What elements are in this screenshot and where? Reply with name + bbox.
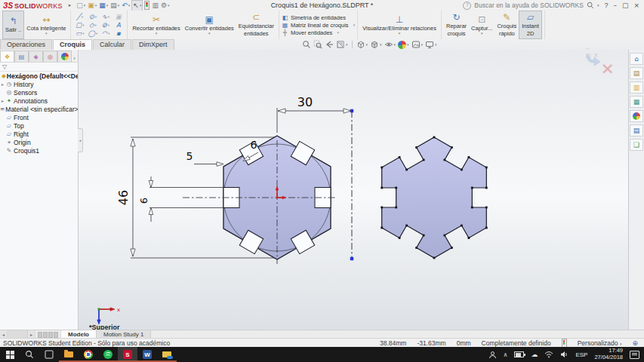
help-button[interactable]: ? — [604, 2, 608, 9]
search-icon[interactable] — [587, 2, 594, 9]
sketch-canvas[interactable]: 4630656x — [79, 50, 629, 330]
tree-item-top-plane[interactable]: ▱Top — [0, 121, 78, 130]
new-document-button[interactable]: ▢▾ — [75, 1, 86, 11]
arc-center-tool[interactable]: ◯▾ — [86, 29, 99, 37]
offset-entities-button[interactable]: ⊂ Equidistanciar entidades — [236, 11, 276, 38]
tree-item-front-plane[interactable]: ▱Front — [0, 113, 78, 121]
circle-tool[interactable]: ⊙▾ — [86, 13, 99, 20]
view-orientation-button[interactable]: ▾ — [356, 40, 368, 49]
tab-croquis[interactable]: Croquis — [53, 39, 92, 50]
tree-item-right-plane[interactable]: ▱Right — [0, 130, 78, 138]
point-tool[interactable]: ▪ — [112, 29, 125, 37]
trim-entities-button[interactable]: ✂ Recortar entidades ▾ — [130, 11, 182, 38]
rapid-sketch-button[interactable]: ✎ Croquis rápido — [495, 11, 519, 38]
previous-view-button[interactable] — [325, 40, 334, 49]
action-center-icon[interactable] — [630, 351, 639, 359]
view-palette-icon[interactable]: ▦ — [630, 96, 643, 108]
appearances-icon[interactable] — [630, 110, 643, 122]
spotify-taskbar-icon[interactable] — [98, 347, 118, 362]
solidworks-taskbar-icon[interactable]: S — [118, 347, 137, 362]
tree-item-origin[interactable]: ⌖Origin — [0, 138, 78, 146]
display-style-button[interactable]: ▾ — [370, 40, 382, 49]
zoom-to-area-button[interactable] — [313, 40, 322, 49]
open-button[interactable]: ▣▾ — [87, 1, 97, 11]
edit-appearance-button[interactable]: ▾ — [398, 41, 409, 49]
feature-tree-tab[interactable]: ❖ — [0, 51, 14, 62]
select-tool-button[interactable]: ↖▾ — [131, 0, 143, 11]
file-explorer-taskbar-icon[interactable] — [59, 347, 79, 362]
tab-operaciones[interactable]: Operaciones — [0, 39, 52, 50]
tree-item-croquis1[interactable]: ✎Croquis1 — [0, 146, 78, 155]
word-taskbar-icon[interactable]: W — [137, 347, 157, 362]
view-settings-button[interactable]: ▾ — [425, 40, 437, 49]
forum-icon[interactable]: ❏ — [630, 139, 643, 151]
linear-pattern-button[interactable]: ▦Matriz lineal de croquis▾ — [282, 22, 355, 29]
battery-icon[interactable] — [514, 351, 524, 357]
file-explorer-icon[interactable]: ▥ — [630, 81, 643, 94]
dimxpert-manager-tab[interactable]: ◎ — [43, 51, 57, 62]
task-view-button[interactable] — [39, 347, 59, 362]
configuration-manager-tab[interactable]: ◈ — [29, 51, 43, 62]
custom-properties-icon[interactable]: ▤ — [630, 124, 643, 137]
capture-button[interactable]: ⊡ Captur... ▾ — [469, 11, 495, 38]
units-selector[interactable]: Personalizado ▾ — [578, 339, 622, 347]
clock[interactable]: 17:49 27/04/2018 — [594, 348, 623, 360]
print-button[interactable]: ▤▾ — [109, 1, 120, 11]
close-button[interactable]: × — [633, 2, 639, 9]
tree-filter[interactable]: ▽ — [0, 63, 78, 72]
cancel-sketch-icon[interactable]: × — [601, 62, 615, 75]
section-view-button[interactable]: ▾ — [336, 40, 348, 49]
slot-tool[interactable]: ▭▾ — [73, 29, 86, 37]
repair-sketch-button[interactable]: ↻ Reparar croquis — [444, 11, 469, 38]
volume-icon[interactable] — [560, 351, 569, 358]
rebuild-traffic-light-button[interactable] — [143, 1, 150, 11]
display-relations-button[interactable]: ⊥ Visualizar/Eliminar relaciones ▾ — [360, 11, 439, 38]
taskbar-search-button[interactable] — [20, 347, 39, 362]
options-button[interactable]: ⚙▾ — [160, 1, 171, 11]
tab-dimxpert[interactable]: DimXpert — [132, 39, 174, 50]
design-library-icon[interactable]: ▤ — [630, 67, 643, 79]
zoom-to-fit-button[interactable] — [302, 40, 311, 49]
rectangle-tool[interactable]: ▢▾ — [73, 21, 86, 29]
text-tool[interactable]: A — [112, 21, 125, 29]
smart-dimension-button[interactable]: ↔ Cota inteligente ▾ — [24, 11, 68, 38]
menu-flyout-icon[interactable]: ▸ — [69, 2, 72, 8]
undo-button[interactable]: ↶▾ — [121, 1, 131, 11]
tree-item-material[interactable]: ≡Material <sin especificar> — [0, 105, 78, 113]
file-properties-button[interactable]: ▥ — [151, 1, 159, 11]
wifi-icon[interactable] — [544, 351, 553, 358]
restore-button[interactable]: ▢ — [622, 2, 629, 9]
help-search-box[interactable]: ? Buscar en la ayuda de SOLIDWORKS ▾ — [463, 2, 599, 10]
tree-root-part[interactable]: ◆ Hexágono (Default<<Default> — [0, 72, 78, 80]
mirror-entities-button[interactable]: ◧Simetría de entidades — [282, 14, 355, 21]
property-manager-tab[interactable]: ▤ — [14, 51, 29, 62]
move-entities-button[interactable]: ╋Mover entidades▾ — [282, 29, 355, 36]
instant-2d-button[interactable]: ▱ Instant 2D — [519, 11, 542, 39]
tab-calcular[interactable]: Calcular — [93, 39, 131, 50]
tree-item-history[interactable]: ▸◷History — [0, 80, 78, 88]
line-tool[interactable]: ╱▾ — [73, 13, 86, 20]
tree-item-sensors[interactable]: ◎Sensors — [0, 88, 78, 97]
tray-expand-icon[interactable]: ∧ — [504, 351, 508, 358]
panel-tabs-overflow[interactable]: › — [73, 55, 75, 62]
graphics-viewport[interactable]: 4630656x *Superior ‒▢× × — [79, 50, 628, 330]
save-button[interactable]: ▦▾ — [98, 1, 109, 11]
fillet-tool[interactable]: ▣ — [112, 13, 125, 20]
chrome-taskbar-icon[interactable] — [79, 347, 98, 362]
ellipse-tool[interactable]: ⊘▾ — [99, 21, 112, 29]
exit-sketch-button[interactable]: ↰ Salir .. — [2, 11, 24, 39]
people-icon[interactable] — [488, 351, 497, 359]
display-manager-tab[interactable] — [57, 51, 72, 62]
tree-item-annotations[interactable]: ▸✦Annotations — [0, 97, 78, 105]
minimize-button[interactable]: – — [613, 2, 617, 9]
start-button[interactable] — [0, 347, 20, 362]
convert-entities-button[interactable]: ▣ Convertir entidades ▾ — [183, 11, 236, 38]
apply-scene-button[interactable]: ▾ — [411, 40, 424, 49]
arc-tool[interactable]: ◠▾ — [99, 29, 112, 37]
spline-tool[interactable]: ∿▾ — [99, 13, 112, 20]
language-indicator[interactable]: ESP — [575, 351, 587, 358]
polygon-tool[interactable]: ◇▾ — [86, 21, 99, 29]
hide-show-items-button[interactable]: ▾ — [384, 40, 396, 49]
home-tab-icon[interactable]: ⌂ — [630, 53, 643, 65]
panel-collapse-handle[interactable]: ◂ — [78, 128, 83, 152]
